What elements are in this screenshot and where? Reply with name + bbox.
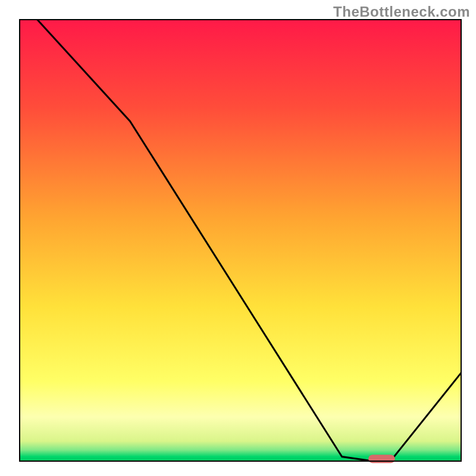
gradient-background [20, 20, 461, 461]
optimal-marker [368, 455, 395, 463]
chart-canvas: TheBottleneck.com [0, 0, 476, 476]
bottleneck-chart [0, 0, 476, 476]
watermark-text: TheBottleneck.com [333, 4, 470, 20]
